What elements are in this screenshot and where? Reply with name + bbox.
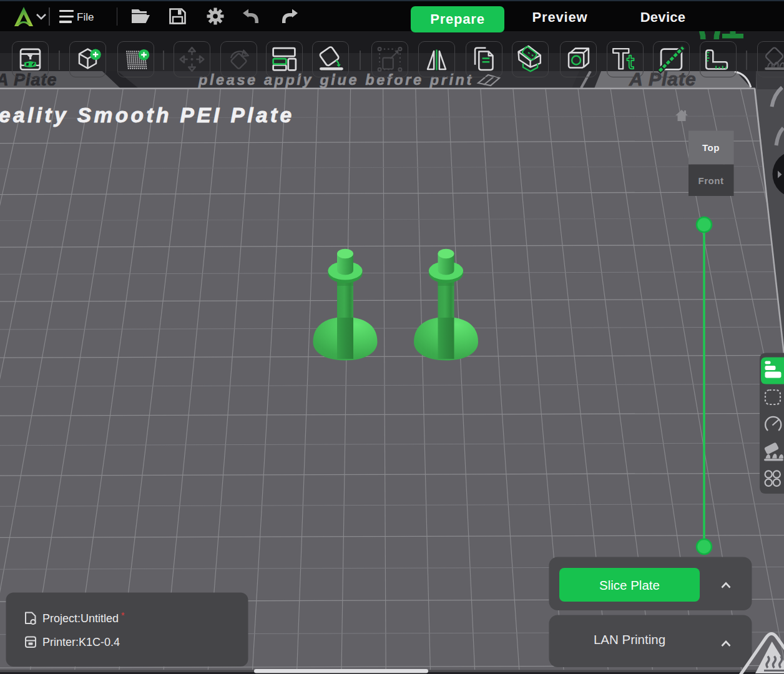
- svg-text:Top: Top: [702, 142, 720, 153]
- svg-text:*: *: [121, 610, 125, 620]
- svg-text:Creality Smooth PEI Plate: Creality Smooth PEI Plate: [0, 104, 295, 127]
- svg-text:Slice Plate: Slice Plate: [599, 578, 660, 592]
- svg-text:Front: Front: [698, 175, 724, 186]
- svg-text:LAN Printing: LAN Printing: [594, 632, 665, 647]
- svg-text:Project:Untitled: Project:Untitled: [42, 612, 119, 625]
- svg-text:Printer:K1C-0.4: Printer:K1C-0.4: [42, 636, 120, 648]
